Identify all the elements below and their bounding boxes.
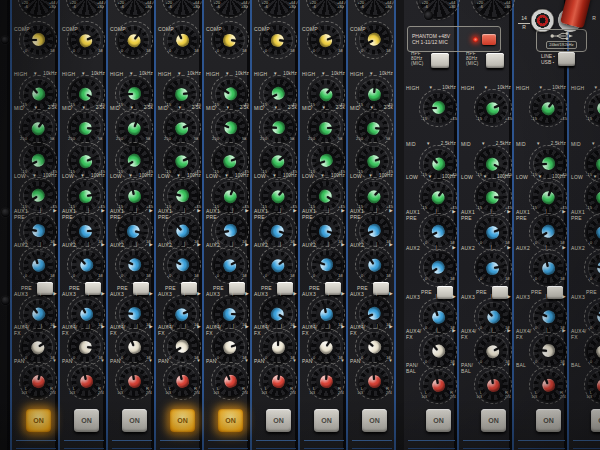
aux1-knob[interactable]: [355, 212, 393, 250]
mid_gain-knob[interactable]: [163, 142, 201, 180]
aux2-knob[interactable]: [19, 246, 57, 284]
low-knob[interactable]: [419, 178, 457, 216]
comp-knob[interactable]: [307, 21, 345, 59]
aux4-knob[interactable]: [474, 332, 512, 370]
comp-knob[interactable]: [67, 21, 105, 59]
channel-on-button[interactable]: ON: [536, 409, 561, 432]
low-knob[interactable]: [307, 177, 345, 215]
aux4-knob[interactable]: [419, 332, 457, 370]
comp-knob[interactable]: [211, 21, 249, 59]
aux1-knob[interactable]: [163, 212, 201, 250]
aux1-knob[interactable]: [211, 212, 249, 250]
pan-knob[interactable]: [529, 366, 567, 404]
channel-on-button[interactable]: ON: [481, 409, 506, 432]
high-knob[interactable]: [115, 75, 153, 113]
pan-knob[interactable]: [211, 362, 249, 400]
channel-on-button[interactable]: ON: [218, 409, 243, 432]
low-knob[interactable]: [584, 178, 600, 216]
channel-on-button[interactable]: ON: [74, 409, 99, 432]
low-knob[interactable]: [259, 177, 297, 215]
aux2-knob[interactable]: [307, 246, 345, 284]
hpf-switch[interactable]: [431, 53, 449, 68]
pre-switch[interactable]: [181, 282, 197, 295]
high-knob[interactable]: [19, 75, 57, 113]
aux1-knob[interactable]: [115, 212, 153, 250]
high-knob[interactable]: [529, 89, 567, 127]
aux4-knob[interactable]: [259, 328, 297, 366]
pan-knob[interactable]: [163, 362, 201, 400]
aux1-knob[interactable]: [19, 212, 57, 250]
low-knob[interactable]: [67, 177, 105, 215]
high-knob[interactable]: [355, 75, 393, 113]
pan-knob[interactable]: [115, 362, 153, 400]
aux3-knob[interactable]: [474, 298, 512, 336]
channel-on-button[interactable]: ON: [426, 409, 451, 432]
pre-switch[interactable]: [277, 282, 293, 295]
channel-on-button[interactable]: ON: [266, 409, 291, 432]
high-knob[interactable]: [419, 89, 457, 127]
high-knob[interactable]: [67, 75, 105, 113]
aux4-knob[interactable]: [163, 328, 201, 366]
pre-switch[interactable]: [547, 286, 563, 299]
pan-knob[interactable]: [419, 366, 457, 404]
pre-switch[interactable]: [85, 282, 101, 295]
pre-switch[interactable]: [373, 282, 389, 295]
high-knob[interactable]: [584, 89, 600, 127]
low-knob[interactable]: [474, 178, 512, 216]
pre-switch[interactable]: [37, 282, 53, 295]
pre-switch[interactable]: [133, 282, 149, 295]
hpf-switch[interactable]: [486, 53, 504, 68]
pan-knob[interactable]: [307, 362, 345, 400]
aux3-knob[interactable]: [529, 298, 567, 336]
aux4-knob[interactable]: [307, 328, 345, 366]
comp-knob[interactable]: [163, 21, 201, 59]
pre-switch[interactable]: [437, 286, 453, 299]
high-knob[interactable]: [211, 75, 249, 113]
pre-switch[interactable]: [229, 282, 245, 295]
mid_gain-knob[interactable]: [307, 142, 345, 180]
aux1-knob[interactable]: [529, 213, 567, 251]
high-knob[interactable]: [307, 75, 345, 113]
mid_gain-knob[interactable]: [259, 142, 297, 180]
aux2-knob[interactable]: [529, 249, 567, 287]
aux1-knob[interactable]: [474, 213, 512, 251]
pre-switch[interactable]: [492, 286, 508, 299]
aux2-knob[interactable]: [259, 246, 297, 284]
low-knob[interactable]: [529, 178, 567, 216]
aux4-knob[interactable]: [529, 332, 567, 370]
aux2-knob[interactable]: [163, 246, 201, 284]
mid_gain-knob[interactable]: [115, 142, 153, 180]
channel-on-button[interactable]: ON: [170, 409, 195, 432]
channel-on-button[interactable]: ON: [26, 409, 51, 432]
aux3-knob[interactable]: [584, 298, 600, 336]
aux2-knob[interactable]: [474, 249, 512, 287]
aux3-knob[interactable]: [419, 298, 457, 336]
pan-knob[interactable]: [474, 366, 512, 404]
high-knob[interactable]: [163, 75, 201, 113]
low-knob[interactable]: [19, 177, 57, 215]
aux4-knob[interactable]: [584, 332, 600, 370]
aux1-knob[interactable]: [67, 212, 105, 250]
comp-knob[interactable]: [355, 21, 393, 59]
aux2-knob[interactable]: [67, 246, 105, 284]
aux4-knob[interactable]: [115, 328, 153, 366]
pan-knob[interactable]: [584, 366, 600, 404]
phantom-switch[interactable]: [482, 34, 496, 45]
line-usb-switch[interactable]: [558, 52, 575, 66]
aux1-knob[interactable]: [419, 213, 457, 251]
comp-knob[interactable]: [19, 21, 57, 59]
pan-knob[interactable]: [19, 362, 57, 400]
high-knob[interactable]: [474, 89, 512, 127]
channel-on-button[interactable]: ON: [362, 409, 387, 432]
aux4-knob[interactable]: [211, 328, 249, 366]
pan-knob[interactable]: [67, 362, 105, 400]
mid_gain-knob[interactable]: [355, 142, 393, 180]
aux2-knob[interactable]: [211, 246, 249, 284]
mid_gain-knob[interactable]: [19, 142, 57, 180]
comp-knob[interactable]: [115, 21, 153, 59]
aux1-knob[interactable]: [259, 212, 297, 250]
pre-switch[interactable]: [325, 282, 341, 295]
aux2-knob[interactable]: [115, 246, 153, 284]
low-knob[interactable]: [211, 177, 249, 215]
aux4-knob[interactable]: [355, 328, 393, 366]
